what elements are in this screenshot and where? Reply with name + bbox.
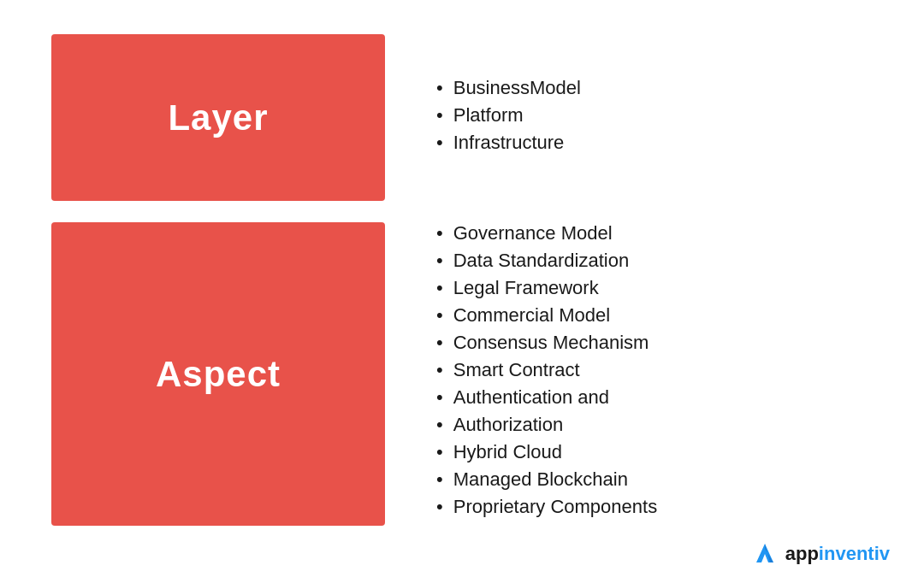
list-item: Governance Model <box>436 222 657 244</box>
list-item: Authorization <box>436 414 657 436</box>
list-item: Hybrid Cloud <box>436 441 657 463</box>
list-item: Proprietary Components <box>436 496 657 518</box>
aspect-list: Governance ModelData StandardizationLega… <box>436 222 657 523</box>
appinventiv-logo-icon <box>751 540 779 568</box>
layer-row: Layer BusinessModelPlatformInfrastructur… <box>51 34 873 201</box>
list-item: Legal Framework <box>436 277 657 299</box>
list-item: BusinessModel <box>436 77 581 99</box>
logo-area: appinventiv <box>751 540 890 568</box>
layer-label: Layer <box>168 97 268 138</box>
list-item: Managed Blockchain <box>436 468 657 491</box>
aspect-label: Aspect <box>156 354 281 395</box>
list-item: Authentication and <box>436 386 657 409</box>
layer-list: BusinessModelPlatformInfrastructure <box>436 77 581 159</box>
list-item: Data Standardization <box>436 250 657 272</box>
aspect-row: Aspect Governance ModelData Standardizat… <box>51 222 873 526</box>
list-item: Commercial Model <box>436 304 657 327</box>
list-item: Consensus Mechanism <box>436 332 657 354</box>
layer-box: Layer <box>51 34 385 201</box>
list-item: Infrastructure <box>436 132 581 154</box>
logo-text-blue: inventiv <box>819 543 890 564</box>
list-item: Platform <box>436 104 581 127</box>
logo-text: appinventiv <box>785 543 890 565</box>
main-container: Layer BusinessModelPlatformInfrastructur… <box>0 0 924 583</box>
list-item: Smart Contract <box>436 359 657 381</box>
aspect-box: Aspect <box>51 222 385 526</box>
